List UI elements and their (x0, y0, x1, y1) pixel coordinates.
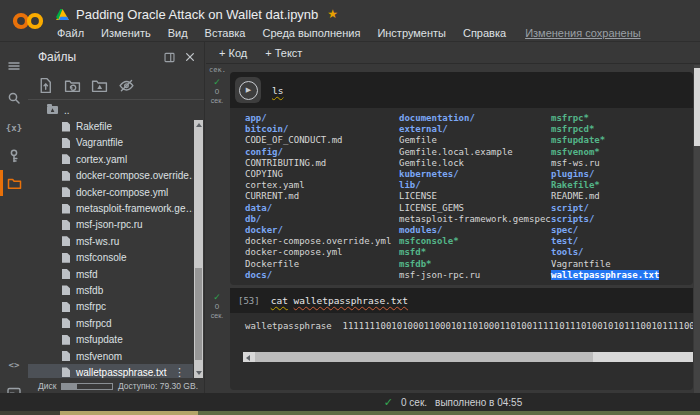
ls-entry: docker/ (245, 225, 399, 236)
ls-entry: db/ (245, 214, 399, 225)
search-icon[interactable] (0, 86, 28, 110)
bottom-strip (0, 411, 700, 415)
scrollbar-thumb[interactable] (195, 268, 202, 360)
files-panel: Файлы (28, 42, 205, 393)
expand-panel-icon[interactable] (163, 51, 176, 64)
cell1-exec-indicator: ✓ 0 сек. (206, 78, 228, 105)
ls-column-3: msfrpc*msfrpcd*msfupdate*msfvenom*msf-ws… (551, 113, 659, 281)
file-tree-label: msfupdate (76, 334, 123, 345)
exec-check-icon: ✓ (213, 78, 221, 87)
code-snippets-icon[interactable]: <> (0, 353, 28, 377)
file-tree-up-item[interactable]: .. (28, 102, 193, 118)
ls-entry: lib/ (399, 180, 551, 191)
file-rows: RakefileVagrantfilecortex.yamldocker-com… (28, 118, 193, 378)
notebook-title[interactable]: Padding Oracle Attack on Wallet dat.ipyn… (76, 7, 318, 22)
file-icon (62, 122, 70, 132)
file-tree-item[interactable]: Rakefile (28, 118, 193, 134)
file-icon (62, 335, 70, 345)
code-cell-1: ▶ ls app/bitcoin/CODE_OF_CONDUCT.mdconfi… (230, 72, 693, 285)
star-icon[interactable]: ★ (327, 7, 338, 21)
hidden-files-eye-icon[interactable] (118, 77, 135, 94)
refresh-folder-icon[interactable] (64, 77, 81, 94)
file-icon (62, 253, 70, 263)
menu-item[interactable]: Среда выполнения (262, 27, 360, 39)
notebook-scrollbar[interactable] (694, 65, 700, 393)
code-cell-2: [53] cat walletpassphrase.txt walletpass… (230, 288, 693, 390)
exec-check-icon: ✓ (213, 293, 221, 302)
files-folder-icon[interactable] (0, 171, 28, 195)
sidebar-scrollbar[interactable] (194, 120, 203, 378)
file-tree-item[interactable]: docker-compose.override… (28, 168, 193, 184)
file-tree-item[interactable]: walletpassphrase.txt⋮ (28, 364, 193, 378)
file-tree-item[interactable]: docker-compose.yml (28, 184, 193, 200)
scrollbar-thumb[interactable] (694, 68, 700, 146)
cell1-code[interactable]: ls (272, 85, 283, 96)
horizontal-scrollbar[interactable] (243, 352, 693, 362)
run-cell-button[interactable]: ▶ (235, 77, 261, 103)
file-icon (62, 187, 70, 197)
file-tree-item[interactable]: Vagrantfile (28, 135, 193, 151)
ls-entry: docker-compose.yml (245, 247, 399, 258)
file-tree-label: docker-compose.yml (76, 187, 168, 198)
ls-entry: external/ (399, 124, 551, 135)
cell2-code[interactable]: cat walletpassphrase.txt (271, 295, 408, 306)
scroll-down-icon[interactable] (196, 371, 202, 375)
scrollbar-thumb[interactable] (255, 352, 593, 362)
play-icon: ▶ (239, 81, 258, 100)
file-tree-item[interactable]: msfrpc (28, 299, 193, 315)
scroll-up-icon[interactable] (196, 123, 202, 127)
close-panel-icon[interactable] (184, 51, 196, 63)
file-tree-item[interactable]: msf-json-rpc.ru (28, 217, 193, 233)
exec-count-label: [53] (238, 296, 260, 306)
file-tree-label: msfdb (76, 285, 103, 296)
toc-menu-icon[interactable] (0, 54, 28, 78)
file-tree-label: .. (64, 105, 70, 116)
file-tree-item[interactable]: msfrpcd (28, 315, 193, 331)
status-check-icon: ✓ (384, 396, 393, 409)
file-tree-item[interactable]: metasploit-framework.ge… (28, 200, 193, 216)
menu-item[interactable]: Инструменты (377, 27, 446, 39)
ls-entry: Gemfile (399, 135, 551, 146)
file-icon (62, 302, 70, 312)
menu-item[interactable]: Изменить (101, 27, 151, 39)
ls-entry: msfrpcd* (551, 124, 659, 135)
add-code-button[interactable]: + Код (219, 47, 247, 59)
file-tree-item[interactable]: msfdb (28, 282, 193, 298)
files-toolbar (28, 72, 204, 100)
file-tree-item[interactable]: msf-ws.ru (28, 233, 193, 249)
menu-item[interactable]: Вид (168, 27, 188, 39)
menu-item[interactable]: Файл (57, 27, 84, 39)
file-item-menu-icon[interactable]: ⋮ (174, 366, 185, 378)
disk-usage-bar (61, 383, 112, 390)
file-tree-item[interactable]: cortex.yaml (28, 151, 193, 167)
menu-item[interactable]: Справка (463, 27, 506, 39)
file-tree-label: msf-ws.ru (76, 236, 119, 247)
ls-entry: data/ (245, 203, 399, 214)
file-tree-item[interactable]: msfd (28, 266, 193, 282)
file-tree-item[interactable]: msfvenom (28, 348, 193, 364)
disk-available: Доступно: 79.30 GB. (118, 381, 198, 391)
exec-unit: сек. (211, 311, 223, 320)
executed-at-message[interactable]: выполнено в 04:55 (435, 397, 522, 408)
secrets-key-icon[interactable] (0, 144, 28, 168)
file-tree-item[interactable]: msfconsole (28, 250, 193, 266)
upload-file-icon[interactable] (37, 77, 54, 94)
folder-up-icon (47, 106, 58, 114)
cell1-code-band: ▶ ls (230, 72, 693, 108)
variables-icon[interactable]: {x} (0, 116, 28, 140)
ls-entry: metasploit-framework.gemspec (399, 214, 551, 225)
save-status-link[interactable]: Изменения сохранены (525, 27, 641, 39)
scroll-left-icon[interactable] (246, 355, 250, 361)
mount-drive-icon[interactable] (91, 77, 108, 94)
file-tree-label: msf-json-rpc.ru (76, 219, 143, 230)
status-exec-time: 0 сек. (401, 397, 427, 408)
ls-entry: README.md (551, 191, 659, 202)
add-text-button[interactable]: + Текст (265, 47, 302, 59)
ls-entry: msf-ws.ru (551, 158, 659, 169)
menu-item[interactable]: Вставка (205, 27, 246, 39)
file-icon (62, 204, 70, 214)
ls-entry: documentation/ (399, 113, 551, 124)
ls-entry: msf-json-rpc.ru (399, 270, 551, 281)
file-tree-item[interactable]: msfupdate (28, 331, 193, 347)
colab-logo[interactable] (10, 9, 46, 33)
